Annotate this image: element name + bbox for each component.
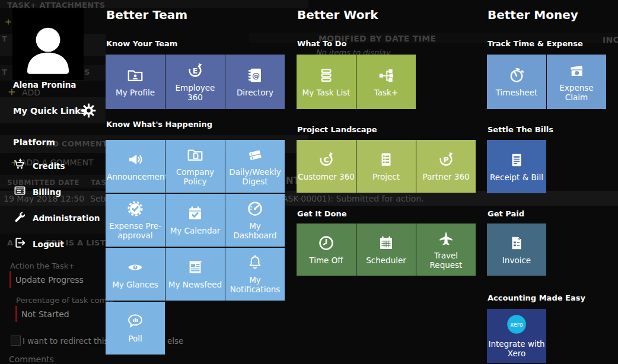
- tile-label: Poll: [128, 334, 142, 344]
- bg-fragment: S: [84, 68, 90, 76]
- tile-my-calendar[interactable]: My Calendar: [165, 194, 225, 247]
- tile-travel-request[interactable]: Travel Request: [416, 223, 476, 276]
- tile-label: Integrate with Xero: [488, 340, 545, 359]
- glances-eye-icon: [126, 258, 144, 276]
- tile-label: My Calendar: [170, 226, 221, 236]
- tile-my-task-list[interactable]: My Task List: [297, 55, 356, 109]
- bg-action-label: Action the Task+: [10, 261, 75, 270]
- tile-my-newsfeed[interactable]: My Newsfeed: [165, 248, 225, 301]
- tile-task[interactable]: Task+: [356, 55, 416, 109]
- tile-employee-360[interactable]: EEmployee 360: [165, 55, 225, 109]
- tile-poll[interactable]: Poll: [106, 302, 165, 355]
- expense-money-icon: [568, 62, 585, 79]
- timeoff-clock-icon: [317, 234, 335, 252]
- tile-project[interactable]: Project: [356, 140, 416, 193]
- dashboard-gauge-icon: [246, 200, 264, 218]
- svg-text:P: P: [443, 155, 448, 164]
- bg-action-field: Update Progress: [9, 271, 84, 288]
- section-heading-project-landscape: Project Landscape: [297, 125, 377, 134]
- tile-label: Timesheet: [496, 88, 538, 98]
- plus-icon: [5, 18, 12, 25]
- tile-directory[interactable]: @Directory: [225, 55, 285, 109]
- avatar: [12, 8, 84, 80]
- tile-time-off[interactable]: Time Off: [297, 223, 356, 276]
- bg-comments-header-fragment: ND COMMENTS: [46, 139, 113, 148]
- tile-expense-pre-approval[interactable]: Expense Pre-approval: [106, 194, 165, 247]
- tile-my-profile[interactable]: My Profile: [106, 55, 165, 109]
- tile-announcement[interactable]: Announcement: [106, 140, 165, 193]
- section-heading-settle-the-bills: Settle The Bills: [488, 125, 553, 134]
- tile-label: Announcement: [107, 173, 164, 182]
- tile-scheduler[interactable]: Scheduler: [356, 223, 416, 276]
- svg-text:C: C: [323, 155, 329, 164]
- tile-partner-360[interactable]: PPartner 360: [416, 140, 476, 193]
- newsfeed-paper-icon: [186, 258, 204, 276]
- section-heading-track-time-expense: Track Time & Expense: [488, 39, 583, 48]
- section-heading-get-paid: Get Paid: [488, 209, 524, 218]
- project-doc-icon: [377, 151, 395, 168]
- tile-label: My Profile: [116, 88, 155, 98]
- task-plus-icon: [377, 66, 395, 84]
- sidebar-item-logout[interactable]: Logout: [33, 240, 64, 249]
- tile-label: Directory: [237, 88, 273, 98]
- sidebar-item-credits[interactable]: Credits: [33, 161, 65, 171]
- tile-grid: Receipt & Bill: [487, 140, 618, 193]
- policy-folder-icon: [186, 146, 204, 164]
- timesheet-stopwatch-icon: [508, 66, 525, 84]
- tile-company-policy[interactable]: Company Policy: [165, 140, 225, 193]
- section-heading-know-your-team: Know Your Team: [106, 39, 177, 48]
- column-title: Better Money: [488, 8, 578, 22]
- tile-timesheet[interactable]: Timesheet: [487, 55, 546, 109]
- bg-redirect-text: I want to redirect this t: [23, 336, 114, 346]
- tile-label: Scheduler: [366, 256, 406, 266]
- tile-grid: AnnouncementCompany PolicyDaily/Weekly D…: [106, 140, 286, 355]
- directory-book-icon: @: [246, 66, 264, 84]
- partner-360-icon: P: [437, 151, 455, 168]
- billing-icon[interactable]: [13, 184, 27, 197]
- menu-column-better-money: Better MoneyTrack Time & ExpenseTimeshee…: [487, 0, 618, 364]
- tile-my-glances[interactable]: My Glances: [106, 248, 165, 301]
- logout-icon[interactable]: [13, 236, 27, 250]
- tile-label: My Notifications: [227, 276, 283, 295]
- my-quick-links-label[interactable]: My Quick Links: [13, 106, 86, 116]
- tile-grid: My Task ListTask+: [297, 55, 477, 109]
- profile-folder-icon: [126, 66, 144, 84]
- bg-task-header-fragment: TAS: [91, 178, 106, 187]
- bg-fragment: T: [2, 68, 7, 76]
- cart-icon[interactable]: [13, 158, 27, 171]
- announcement-speaker-icon: [126, 151, 144, 168]
- tile-label: My Dashboard: [227, 222, 283, 241]
- tile-grid: CCustomer 360ProjectPPartner 360: [297, 140, 477, 193]
- gear-icon[interactable]: [81, 103, 97, 119]
- tile-invoice[interactable]: Invoice: [487, 223, 546, 276]
- tile-my-notifications[interactable]: My Notifications: [225, 248, 285, 301]
- bg-percentage-label: Percentage of task compl: [16, 296, 114, 305]
- tile-my-dashboard[interactable]: My Dashboard: [225, 194, 285, 247]
- tile-label: My Newsfeed: [168, 280, 222, 290]
- tile-customer-360[interactable]: CCustomer 360: [297, 140, 356, 193]
- tile-grid: Invoice: [487, 223, 618, 276]
- tile-label: Partner 360: [422, 173, 469, 182]
- tile-label: Task+: [374, 88, 398, 98]
- bg-list-fragment-a: A: [7, 238, 13, 247]
- notifications-bell-icon: [246, 254, 264, 272]
- user-name: Alena Pronina: [13, 80, 76, 90]
- tile-integrate-with-xero[interactable]: xeroIntegrate with Xero: [487, 309, 546, 363]
- bg-comments-label: Comments: [9, 355, 54, 364]
- tile-label: Project: [372, 173, 400, 182]
- tile-label: Expense Claim: [548, 84, 605, 103]
- sidebar-item-billing[interactable]: Billing: [33, 187, 61, 197]
- section-heading-accounting-made-easy: Accounting Made Easy: [488, 293, 585, 302]
- sidebar-item-administration[interactable]: Administration: [33, 213, 100, 223]
- section-heading-get-it-done: Get It Done: [297, 209, 347, 218]
- column-title: Better Team: [106, 8, 187, 22]
- menu-column-better-work: Better WorkWhat To DoMy Task ListTask+Pr…: [297, 0, 477, 364]
- tile-receipt-bill[interactable]: Receipt & Bill: [487, 140, 546, 193]
- wrench-icon[interactable]: [13, 210, 27, 223]
- tile-daily-weekly-digest[interactable]: Daily/Weekly Digest: [225, 140, 285, 193]
- platform-heading: Platform: [13, 138, 55, 147]
- tile-label: My Task List: [302, 88, 351, 98]
- invoice-doc-icon: [508, 234, 525, 252]
- tile-grid: My ProfileEEmployee 360@Directory: [106, 55, 286, 109]
- tile-expense-claim[interactable]: Expense Claim: [547, 55, 606, 109]
